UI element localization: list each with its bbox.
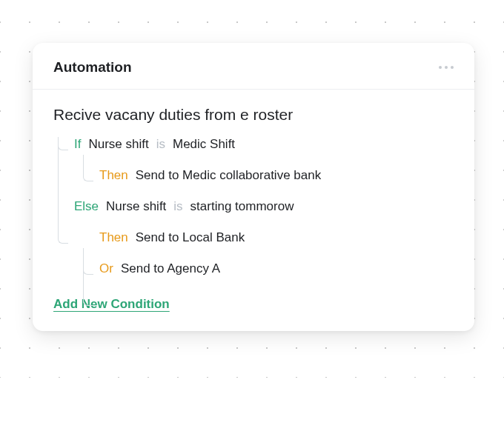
condition-else-row[interactable]: Else Nurse shift is starting tommorow <box>58 199 454 214</box>
card-header: Automation <box>33 43 474 90</box>
automation-card: Automation Recive vacany duties from e r… <box>33 43 474 331</box>
rule-title: Recive vacany duties from e roster <box>53 106 454 124</box>
keyword-or: Or <box>99 261 113 276</box>
condition-if-row[interactable]: If Nurse shift is Medic Shift <box>58 137 454 152</box>
then1-action: Send to Medic collaborative bank <box>136 168 321 183</box>
keyword-if: If <box>74 137 81 152</box>
if-predicate: Medic Shift <box>173 137 235 152</box>
keyword-then: Then <box>99 230 128 245</box>
or-action: Send to Agency A <box>121 261 220 276</box>
condition-or-row[interactable]: Or Send to Agency A <box>58 261 454 276</box>
if-operator: is <box>156 137 165 152</box>
keyword-then: Then <box>99 168 128 183</box>
card-body: Recive vacany duties from e roster If Nu… <box>33 90 474 331</box>
card-title: Automation <box>53 59 132 76</box>
condition-then-row-2[interactable]: Then Send to Local Bank <box>58 230 454 245</box>
then2-action: Send to Local Bank <box>136 230 245 245</box>
if-subject: Nurse shift <box>88 137 148 152</box>
else-operator: is <box>173 199 182 214</box>
more-icon[interactable] <box>439 66 454 69</box>
condition-tree: If Nurse shift is Medic Shift Then Send … <box>58 137 454 276</box>
condition-then-row-1[interactable]: Then Send to Medic collaborative bank <box>58 168 454 183</box>
keyword-else: Else <box>74 199 99 214</box>
else-subject: Nurse shift <box>106 199 166 214</box>
else-predicate: starting tommorow <box>190 199 294 214</box>
add-new-condition-link[interactable]: Add New Condition <box>53 297 170 312</box>
